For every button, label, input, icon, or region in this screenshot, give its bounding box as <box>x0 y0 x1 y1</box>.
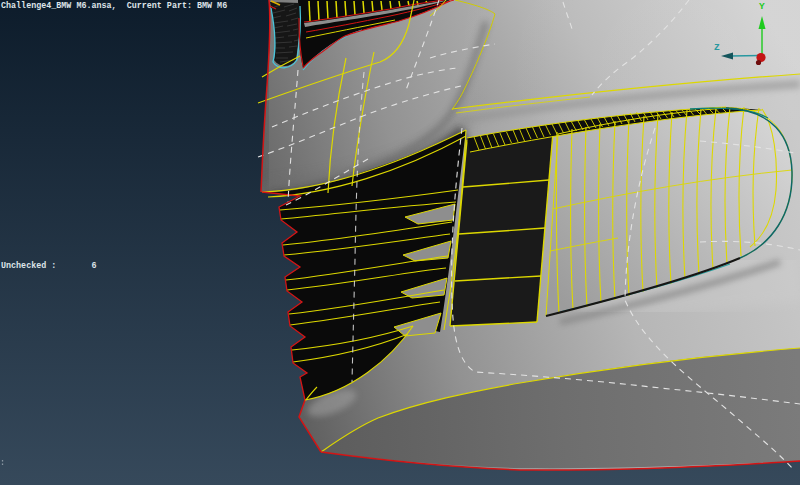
svg-text:Unchecked : 6: Unchecked : 6 <box>1 261 97 271</box>
svg-text::: : <box>0 458 5 468</box>
svg-text:Challenge4_BMW M6.ansa, Curre: Challenge4_BMW M6.ansa, Current Part: BM… <box>1 1 227 11</box>
svg-text:Y: Y <box>759 1 765 12</box>
svg-text:Z: Z <box>714 42 720 53</box>
